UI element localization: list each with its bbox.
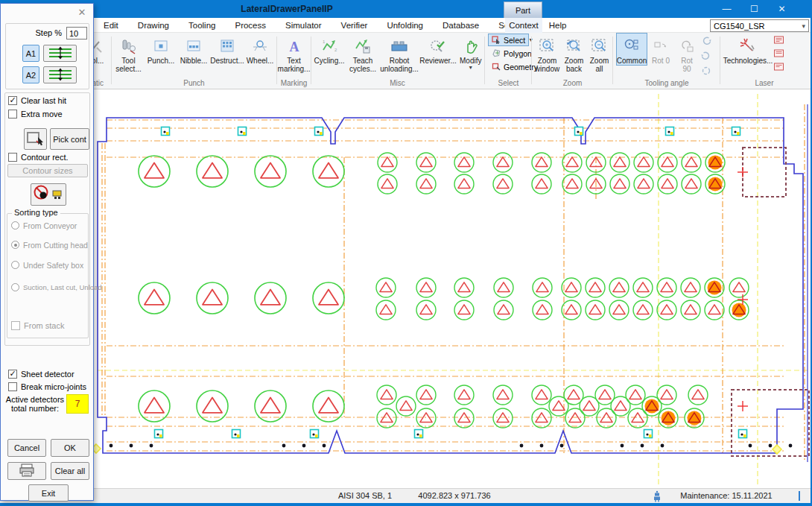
polygon-button[interactable]: Polygon [488, 47, 529, 60]
suction-mark[interactable] [197, 390, 228, 422]
suction-mark[interactable] [377, 385, 396, 405]
drawing-area[interactable] [0, 89, 812, 488]
a2-button[interactable]: A2 [22, 66, 39, 83]
menu-help[interactable]: Help [539, 21, 577, 30]
sorting-suction-last-cut[interactable]: Suction, Last cut, Unload [11, 283, 102, 291]
suction-mark[interactable] [533, 300, 552, 320]
common-angle-button[interactable]: Common [616, 33, 647, 66]
menu-drawing[interactable]: Drawing [128, 21, 179, 30]
suction-mark[interactable] [610, 174, 629, 194]
selection-rect[interactable] [743, 148, 786, 197]
a1-button[interactable]: A1 [22, 45, 39, 62]
suction-mark[interactable] [416, 408, 436, 428]
sheet-detector-row[interactable]: Sheet detector [8, 370, 74, 379]
suction-mark[interactable] [611, 396, 630, 416]
modify-button[interactable]: Modify ▼ [457, 33, 483, 72]
rot-90-button[interactable]: Rot 90 [674, 33, 700, 74]
suction-mark[interactable] [634, 153, 653, 172]
suction-mark-active[interactable] [705, 174, 725, 194]
no-suction-button[interactable] [31, 183, 66, 206]
nibble-button[interactable]: Nibble... [178, 33, 209, 66]
select-button[interactable]: Select ▼ [488, 34, 529, 46]
dialog-close-icon[interactable]: ✕ [76, 7, 88, 19]
part-context-tab[interactable]: Part [504, 1, 542, 18]
menu-simulator[interactable]: Simulator [276, 21, 332, 30]
suction-mark[interactable] [549, 396, 568, 416]
suction-mark[interactable] [493, 153, 513, 172]
suction-mark-active[interactable] [705, 153, 725, 172]
sheet-detector-mark[interactable] [415, 430, 423, 438]
modify-dropdown-icon[interactable]: ▼ [468, 65, 473, 71]
suction-mark[interactable] [609, 278, 629, 297]
suction-mark[interactable] [139, 156, 170, 187]
suction-mark[interactable] [532, 408, 551, 428]
sheet-detector-mark[interactable] [739, 430, 747, 438]
sheet-detector-mark[interactable] [155, 430, 163, 438]
sheet-detector-mark[interactable] [232, 430, 241, 438]
suction-mark[interactable] [416, 174, 436, 194]
rotate-180-icon[interactable] [700, 65, 712, 80]
suction-mark[interactable] [454, 300, 474, 320]
suction-mark[interactable] [633, 278, 653, 297]
sheet-detector-mark[interactable] [575, 127, 583, 136]
menu-verifier[interactable]: Verifier [332, 21, 378, 30]
sheet-detector-mark[interactable] [238, 127, 247, 136]
extra-move-row[interactable]: Extra move [8, 110, 63, 118]
rect-pick-button[interactable] [24, 128, 47, 150]
technologies-button[interactable]: Technologies... [723, 33, 773, 66]
suction-mark[interactable] [313, 156, 344, 187]
suction-mark[interactable] [376, 300, 396, 320]
suction-mark[interactable] [493, 385, 513, 405]
suction-mark[interactable] [658, 174, 677, 194]
contour-sizes-button[interactable]: Contour sizes [7, 164, 88, 177]
clear-last-hit-row[interactable]: Clear last hit [8, 96, 66, 105]
sheet-detector-checkbox[interactable] [8, 370, 17, 379]
cancel-button[interactable]: Cancel [7, 439, 46, 457]
reviewer-button[interactable]: Reviewer... [420, 33, 456, 66]
suction-mark[interactable] [378, 153, 397, 172]
suction-mark[interactable] [416, 278, 436, 297]
maximize-icon[interactable]: ☐ [740, 0, 768, 18]
suction-mark[interactable] [494, 278, 513, 297]
zoom-all-button[interactable]: Zoom all [588, 33, 611, 74]
suction-mark[interactable] [313, 390, 344, 422]
teach-cycles-button[interactable]: Teach cycles... [347, 33, 378, 74]
drawing-canvas[interactable] [0, 89, 812, 488]
clear-last-hit-checkbox[interactable] [8, 96, 17, 105]
sorting-from-conveyor[interactable]: From Conveyor [11, 221, 77, 230]
sheet-detector-mark[interactable] [311, 430, 319, 438]
suction-mark[interactable] [377, 408, 396, 428]
minimize-icon[interactable]: — [713, 0, 740, 18]
suction-mark[interactable] [580, 396, 599, 416]
print-button[interactable] [7, 462, 46, 480]
menu-process[interactable]: Process [225, 21, 276, 30]
menu-database[interactable]: Database [433, 21, 489, 30]
suction-mark[interactable] [705, 300, 724, 320]
suction-mark[interactable] [396, 396, 416, 416]
suction-mark[interactable] [633, 300, 653, 320]
suction-mark[interactable] [313, 282, 344, 314]
suction-mark[interactable] [378, 174, 397, 194]
break-micro-joints-row[interactable]: Break micro-joints [8, 382, 86, 391]
suction-mark[interactable] [454, 385, 474, 405]
suction-mark[interactable] [533, 278, 552, 297]
suction-mark[interactable] [586, 278, 605, 297]
sorting-from-cutting-head[interactable]: From Cutting head [11, 241, 88, 250]
suction-mark[interactable] [628, 408, 647, 428]
step-input[interactable] [66, 27, 87, 39]
suction-mark[interactable] [532, 174, 551, 194]
suction-mark[interactable] [454, 153, 474, 172]
suction-mark[interactable] [565, 408, 585, 428]
sheet-detector-mark[interactable] [732, 127, 740, 136]
suction-mark[interactable] [416, 153, 436, 172]
from-conveyor-radio[interactable] [11, 221, 19, 230]
zoom-window-button[interactable]: Zoom window [534, 33, 560, 74]
suction-mark[interactable] [688, 385, 708, 405]
suction-mark[interactable] [586, 300, 605, 320]
contour-rect-checkbox[interactable] [8, 153, 17, 162]
rotate-cw-icon[interactable] [700, 35, 712, 50]
sheet-detector-mark[interactable] [666, 127, 674, 136]
menu-unfolding[interactable]: Unfolding [377, 21, 433, 30]
suction-mark[interactable] [376, 278, 396, 297]
sheet-detector-mark[interactable] [315, 127, 323, 136]
